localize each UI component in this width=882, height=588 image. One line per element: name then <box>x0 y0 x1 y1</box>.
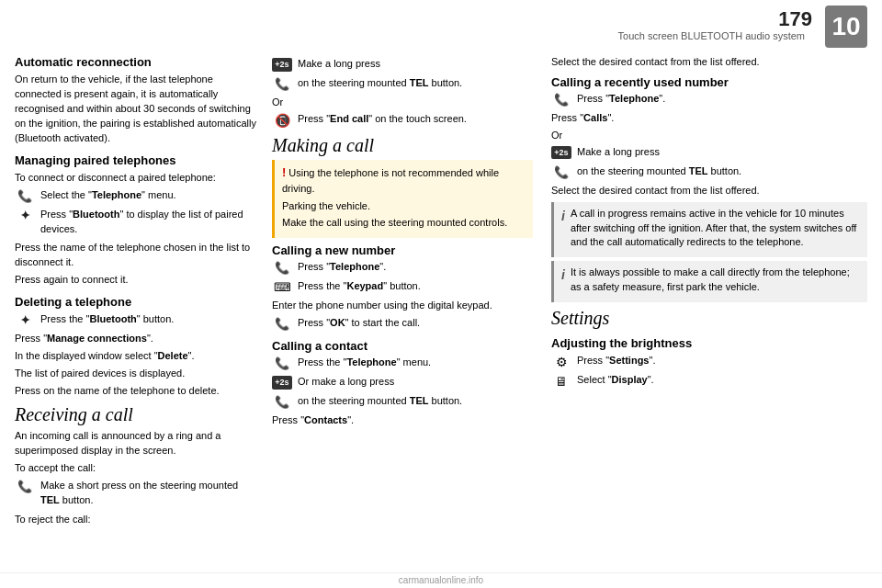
col-right: Select the desired contact from the list… <box>548 55 867 565</box>
heading-calling-contact: Calling a contact <box>272 339 533 353</box>
heading-calling-new-number: Calling a new number <box>272 243 533 257</box>
settings-gear-row: ⚙ Press "Settings". <box>551 354 867 371</box>
accept-call-row: 📞 Make a short press on the steering mou… <box>15 479 257 511</box>
plus2s-icon-2: +2s <box>272 375 292 390</box>
phone-icon-5: 📞 <box>272 316 292 331</box>
keypad-icon: ⌨ <box>272 279 292 294</box>
info-box-1: i A call in progress remains active in t… <box>551 202 867 258</box>
phone-icon-6: 📞 <box>272 356 292 370</box>
recently-plus2s-row: +2s Make a long press <box>551 145 867 163</box>
warning-box: !Using the telephone is not recommended … <box>272 160 533 239</box>
info-icon-1: i <box>561 207 565 254</box>
bluetooth-icon-2: ✦ <box>15 312 35 327</box>
col-mid: +2s Make a long press 📞 on the steering … <box>272 55 548 565</box>
manage-phone-row-1: 📞 Select the "Telephone" menu. <box>15 188 257 206</box>
managing-paired-intro: To connect or disconnect a paired teleph… <box>15 171 257 186</box>
plus2s-icon-3: +2s <box>551 145 571 160</box>
settings-display-row: 🖥 Select "Display". <box>551 373 867 390</box>
info-box-2: i It is always possible to make a call d… <box>551 261 867 302</box>
phone-icon-4: 📞 <box>272 260 292 275</box>
header-title: Touch screen BLUETOOTH audio system <box>618 29 805 43</box>
phone-icon-3: 📞 <box>272 76 292 91</box>
heading-deleting-telephone: Deleting a telephone <box>15 295 257 309</box>
display-icon: 🖥 <box>551 373 571 389</box>
end-call-row: 📵 Press "End call" on the touch screen. <box>272 112 533 130</box>
manage-bt-row: ✦ Press "Bluetooth" to display the list … <box>15 208 257 240</box>
plus2s-icon-1: +2s <box>272 57 292 72</box>
phone-icon-7: 📞 <box>272 394 292 409</box>
contact-plus2s-row: +2s Or make a long press <box>272 375 533 392</box>
heading-receiving-call: Receiving a call <box>15 404 257 425</box>
col-left: Automatic reconnection On return to the … <box>15 55 272 565</box>
automatic-reconnection-body: On return to the vehicle, if the last te… <box>15 73 257 146</box>
page-container: 179 Touch screen BLUETOOTH audio system … <box>0 0 882 588</box>
heading-making-call: Making a call <box>272 135 533 156</box>
bluetooth-icon-1: ✦ <box>15 208 35 222</box>
heading-calling-recently: Calling a recently used number <box>551 75 867 89</box>
phone-icon-8: 📞 <box>551 92 571 107</box>
page-number: 179 <box>618 9 812 29</box>
heading-settings: Settings <box>551 308 867 329</box>
heading-adjusting-brightness: Adjusting the brightness <box>551 336 867 350</box>
phone-icon-1: 📞 <box>15 188 35 203</box>
reject-phone-row: 📞 on the steering mounted TEL button. <box>272 76 533 94</box>
gear-icon: ⚙ <box>551 354 571 369</box>
footer: carmanualonline.info <box>0 572 882 588</box>
phone-icon-9: 📞 <box>551 164 571 179</box>
endcall-icon: 📵 <box>272 112 292 128</box>
info-icon-2: i <box>561 266 565 298</box>
contact-phone-row: 📞 Press the "Telephone" menu. <box>272 356 533 373</box>
delete-bt-row: ✦ Press the "Bluetooth" button. <box>15 312 257 330</box>
new-number-keypad-row: ⌨ Press the "Keypad" button. <box>272 279 533 297</box>
ok-call-row: 📞 Press "OK" to start the call. <box>272 316 533 334</box>
reject-plus2s-row: +2s Make a long press <box>272 57 533 74</box>
main-content: Automatic reconnection On return to the … <box>0 48 882 572</box>
phone-icon-2: 📞 <box>15 479 35 493</box>
header-right: 179 Touch screen BLUETOOTH audio system … <box>618 6 867 48</box>
recently-tel-row: 📞 on the steering mounted TEL button. <box>551 164 867 182</box>
heading-managing-paired: Managing paired telephones <box>15 153 257 167</box>
recently-phone-row: 📞 Press "Telephone". <box>551 92 867 109</box>
chapter-badge: 10 <box>825 6 867 48</box>
contact-tel-row: 📞 on the steering mounted TEL button. <box>272 394 533 412</box>
header: 179 Touch screen BLUETOOTH audio system … <box>0 0 882 48</box>
footer-text: carmanualonline.info <box>399 575 483 585</box>
heading-automatic-reconnection: Automatic reconnection <box>15 55 257 69</box>
new-number-phone-row: 📞 Press "Telephone". <box>272 260 533 277</box>
